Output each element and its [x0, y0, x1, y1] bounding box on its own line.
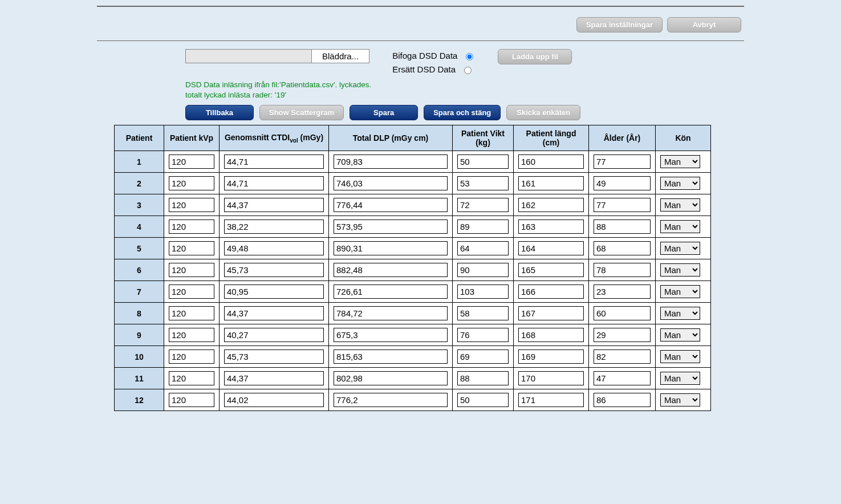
kvp-input[interactable] [169, 393, 214, 407]
row-index: 7 [115, 281, 164, 303]
alder-input[interactable] [594, 328, 651, 342]
ctdi-input[interactable] [224, 198, 324, 212]
alder-input[interactable] [594, 241, 651, 255]
alder-input[interactable] [594, 284, 651, 299]
langd-input[interactable] [518, 328, 584, 342]
langd-input[interactable] [518, 198, 584, 212]
alder-input[interactable] [594, 393, 651, 407]
scattergram-button[interactable]: Show Scattergram [259, 105, 344, 120]
ctdi-input[interactable] [224, 284, 324, 299]
langd-input[interactable] [518, 241, 584, 255]
ctdi-input[interactable] [224, 263, 324, 277]
vikt-input[interactable] [457, 306, 509, 320]
kon-select[interactable]: Man [660, 285, 700, 298]
kon-select[interactable]: Man [660, 198, 700, 212]
kon-select[interactable]: Man [660, 328, 700, 342]
vikt-input[interactable] [457, 198, 509, 212]
langd-input[interactable] [518, 176, 584, 190]
upload-file-button[interactable]: Ladda upp fil [498, 49, 572, 64]
vikt-input[interactable] [457, 371, 509, 385]
kvp-input[interactable] [169, 176, 214, 190]
alder-input[interactable] [594, 371, 651, 385]
ctdi-input[interactable] [224, 176, 324, 190]
dlp-input[interactable] [334, 220, 448, 234]
kon-select[interactable]: Man [660, 220, 700, 233]
vikt-input[interactable] [457, 263, 509, 277]
langd-input[interactable] [518, 393, 584, 407]
dlp-input[interactable] [334, 176, 448, 190]
dlp-input[interactable] [334, 155, 448, 169]
alder-input[interactable] [594, 349, 651, 364]
langd-input[interactable] [518, 284, 584, 299]
dlp-input[interactable] [334, 393, 448, 407]
kon-select[interactable]: Man [660, 155, 700, 168]
alder-input[interactable] [594, 198, 651, 212]
save-close-button[interactable]: Spara och stäng [424, 105, 501, 120]
ctdi-input[interactable] [224, 349, 324, 364]
kvp-input[interactable] [169, 371, 214, 385]
alder-input[interactable] [594, 220, 651, 234]
replace-dsd-radio[interactable] [464, 67, 472, 74]
kvp-input[interactable] [169, 155, 214, 169]
kon-select[interactable]: Man [660, 307, 700, 320]
ctdi-input[interactable] [224, 241, 324, 255]
dlp-input[interactable] [334, 349, 448, 364]
kvp-input[interactable] [169, 306, 214, 320]
alder-input[interactable] [594, 306, 651, 320]
append-dsd-radio[interactable] [466, 53, 473, 60]
ctdi-input[interactable] [224, 155, 324, 169]
kon-select[interactable]: Man [660, 177, 700, 190]
ctdi-input[interactable] [224, 371, 324, 385]
browse-button[interactable]: Bläddra... [311, 50, 369, 63]
kon-select[interactable]: Man [660, 242, 700, 255]
alder-input[interactable] [594, 155, 651, 169]
dlp-input[interactable] [334, 263, 448, 277]
alder-input[interactable] [594, 176, 651, 190]
dlp-input[interactable] [334, 328, 448, 342]
kvp-input[interactable] [169, 220, 214, 234]
vikt-input[interactable] [457, 349, 509, 364]
row-index: 8 [115, 303, 164, 324]
langd-input[interactable] [518, 220, 584, 234]
kon-select[interactable]: Man [660, 372, 700, 385]
langd-input[interactable] [518, 155, 584, 169]
kvp-input[interactable] [169, 328, 214, 342]
back-button[interactable]: Tillbaka [185, 105, 254, 120]
vikt-input[interactable] [457, 155, 509, 169]
kon-select[interactable]: Man [660, 393, 700, 407]
langd-input[interactable] [518, 349, 584, 364]
status-line-1: DSD Data inläsning ifrån fil:'Patientdat… [185, 80, 371, 89]
kvp-input[interactable] [169, 263, 214, 277]
file-input-widget[interactable]: Bläddra... [185, 49, 369, 63]
save-button[interactable]: Spara [350, 105, 418, 120]
vikt-input[interactable] [457, 176, 509, 190]
langd-input[interactable] [518, 371, 584, 385]
vikt-input[interactable] [457, 220, 509, 234]
dlp-input[interactable] [334, 306, 448, 320]
dlp-input[interactable] [334, 241, 448, 255]
ctdi-input[interactable] [224, 306, 324, 320]
kon-select[interactable]: Man [660, 350, 700, 363]
langd-input[interactable] [518, 306, 584, 320]
table-row: 12Man [115, 389, 711, 411]
langd-input[interactable] [518, 263, 584, 277]
kvp-input[interactable] [169, 284, 214, 299]
kvp-input[interactable] [169, 241, 214, 255]
dlp-input[interactable] [334, 284, 448, 299]
vikt-input[interactable] [457, 393, 509, 407]
send-survey-button[interactable]: Skicka enkäten [506, 105, 580, 120]
ctdi-input[interactable] [224, 393, 324, 407]
dlp-input[interactable] [334, 371, 448, 385]
vikt-input[interactable] [457, 241, 509, 255]
vikt-input[interactable] [457, 284, 509, 299]
kvp-input[interactable] [169, 198, 214, 212]
ctdi-input[interactable] [224, 328, 324, 342]
ctdi-input[interactable] [224, 220, 324, 234]
cancel-button[interactable]: Avbryt [667, 17, 741, 32]
alder-input[interactable] [594, 263, 651, 277]
kvp-input[interactable] [169, 349, 214, 364]
save-settings-button[interactable]: Spara inställningar [576, 17, 663, 32]
vikt-input[interactable] [457, 328, 509, 342]
dlp-input[interactable] [334, 198, 448, 212]
kon-select[interactable]: Man [660, 263, 700, 277]
